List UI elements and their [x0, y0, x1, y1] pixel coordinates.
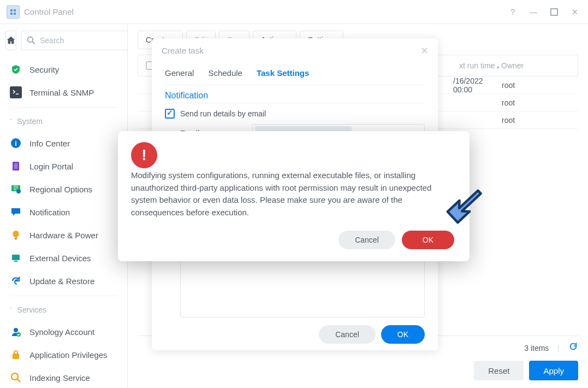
info-icon: i	[10, 137, 22, 149]
sidebar-item-label: Notification	[29, 208, 70, 217]
search-icon	[27, 36, 35, 45]
sidebar-section-system[interactable]: ˆ System	[0, 111, 127, 132]
svg-rect-15	[12, 255, 20, 260]
svg-rect-14	[15, 238, 17, 239]
tab-general[interactable]: General	[165, 68, 194, 82]
device-icon	[10, 252, 22, 264]
alert-ok-button[interactable]: OK	[402, 231, 454, 249]
svg-rect-4	[551, 9, 557, 15]
shield-icon	[10, 63, 22, 75]
sidebar-item-security[interactable]: Security	[0, 58, 127, 81]
dialog-close-icon[interactable]: ×	[421, 45, 428, 57]
sidebar-item-label: Application Privileges	[29, 350, 108, 360]
sort-asc-icon: ▴	[497, 64, 500, 69]
tab-schedule[interactable]: Schedule	[208, 68, 242, 82]
sidebar-item-update[interactable]: Update & Restore	[0, 269, 127, 292]
alert-cancel-button[interactable]: Cancel	[338, 231, 395, 249]
sidebar-item-label: Synology Account	[29, 327, 94, 337]
svg-rect-16	[14, 261, 17, 262]
svg-rect-11	[14, 163, 17, 169]
sidebar-item-label: External Devices	[29, 254, 91, 263]
svg-rect-3	[14, 13, 16, 15]
sidebar-item-label: Hardware & Power	[29, 231, 98, 240]
svg-point-20	[11, 373, 18, 380]
refresh-icon[interactable]	[568, 342, 578, 354]
sidebar-item-label: Security	[29, 65, 59, 74]
sidebar-item-label: Indexing Service	[29, 373, 90, 383]
sidebar-section-services[interactable]: ˆ Services	[0, 299, 127, 320]
terminal-icon	[10, 86, 22, 98]
sidebar-item-notification[interactable]: Notification	[0, 201, 127, 224]
sidebar-item-synology-account[interactable]: Synology Account	[0, 320, 127, 343]
svg-line-6	[32, 42, 34, 44]
alert-body: Modifying system configurations, running…	[131, 169, 454, 219]
globe-icon	[10, 183, 22, 195]
send-email-checkbox[interactable]	[165, 109, 175, 119]
sidebar-item-indexing[interactable]: Indexing Service	[0, 366, 127, 388]
svg-point-13	[16, 189, 21, 193]
sidebar-item-login-portal[interactable]: Login Portal	[0, 155, 127, 178]
sidebar: Security Terminal & SNMP ˆ System i Info…	[0, 24, 128, 388]
dialog-title: Create task	[162, 46, 204, 55]
sidebar-item-label: Regional Options	[29, 185, 92, 194]
alert-dialog: ! Modifying system configurations, runni…	[118, 131, 470, 261]
svg-rect-19	[13, 354, 19, 359]
lock-icon	[10, 349, 22, 361]
search-input[interactable]	[40, 36, 128, 45]
bulb-icon	[10, 229, 22, 241]
sidebar-item-label: Terminal & SNMP	[29, 88, 94, 97]
sidebar-item-label: Login Portal	[29, 162, 73, 171]
account-icon	[10, 326, 22, 338]
help-icon[interactable]: ?	[506, 5, 519, 19]
svg-point-17	[14, 328, 18, 332]
maximize-button[interactable]	[548, 5, 561, 19]
sidebar-item-terminal[interactable]: Terminal & SNMP	[0, 81, 127, 104]
home-button[interactable]	[5, 31, 16, 50]
svg-rect-1	[14, 9, 16, 11]
section-notification: Notification	[165, 91, 425, 101]
svg-point-18	[16, 332, 21, 337]
home-icon	[6, 36, 16, 45]
svg-line-21	[17, 379, 20, 382]
dialog-ok-button[interactable]: OK	[381, 325, 425, 344]
search-box[interactable]	[21, 31, 128, 50]
app-icon	[7, 5, 20, 19]
reset-button[interactable]: Reset	[474, 361, 524, 380]
window-title: Control Panel	[24, 7, 498, 16]
tab-task-settings[interactable]: Task Settings	[257, 68, 309, 82]
svg-text:i: i	[15, 139, 17, 148]
col-next-run[interactable]: xt run time▴	[454, 61, 501, 70]
sidebar-item-label: Info Center	[29, 139, 70, 148]
update-icon	[10, 275, 22, 287]
dialog-cancel-button[interactable]: Cancel	[319, 325, 376, 344]
sidebar-item-external[interactable]: External Devices	[0, 246, 127, 269]
svg-rect-0	[10, 9, 13, 11]
svg-rect-2	[10, 13, 13, 15]
col-owner[interactable]: Owner	[501, 61, 578, 70]
alert-icon: !	[131, 142, 157, 168]
sidebar-item-hardware[interactable]: Hardware & Power	[0, 224, 127, 246]
titlebar: Control Panel ? — ✕	[0, 0, 588, 24]
door-icon	[10, 160, 22, 172]
chevron-up-icon: ˆ	[10, 119, 11, 125]
sidebar-item-info-center[interactable]: i Info Center	[0, 132, 127, 155]
sidebar-item-label: Update & Restore	[29, 277, 94, 286]
checkbox-label: Send run details by email	[180, 109, 266, 118]
chevron-up-icon: ˆ	[10, 307, 11, 313]
svg-point-5	[28, 37, 33, 43]
cursor-pointer-overlay	[440, 181, 488, 230]
item-count: 3 items	[524, 344, 549, 352]
minimize-button[interactable]: —	[527, 5, 540, 19]
sidebar-item-regional[interactable]: Regional Options	[0, 178, 127, 201]
apply-button[interactable]: Apply	[529, 361, 578, 380]
comment-icon	[10, 206, 22, 218]
magnify-icon	[10, 372, 22, 384]
sidebar-item-app-privileges[interactable]: Application Privileges	[0, 343, 127, 366]
close-button[interactable]: ✕	[568, 5, 581, 19]
